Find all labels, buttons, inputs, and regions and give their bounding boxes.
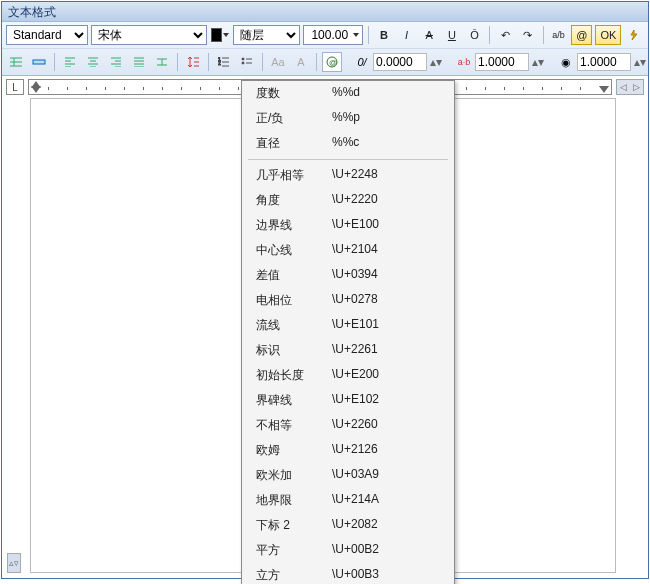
menu-item[interactable]: 界碑线\U+E102 bbox=[242, 388, 454, 413]
menu-item-label: 差值 bbox=[256, 267, 332, 284]
undo-button[interactable]: ↶ bbox=[495, 25, 515, 45]
menu-item[interactable]: 中心线\U+2104 bbox=[242, 238, 454, 263]
caret-icon bbox=[353, 33, 359, 37]
menu-item-label: 界碑线 bbox=[256, 392, 332, 409]
bullets-icon[interactable] bbox=[237, 52, 257, 72]
spinner-icon[interactable]: ▴▾ bbox=[634, 55, 644, 69]
just-right-icon[interactable] bbox=[106, 52, 126, 72]
text-height-input[interactable] bbox=[304, 26, 350, 44]
width-eye-icon: ◉ bbox=[558, 54, 574, 70]
menu-item[interactable]: 欧米加\U+03A9 bbox=[242, 463, 454, 488]
oblique-icon: 0/ bbox=[354, 54, 370, 70]
menu-item-shortcut: \U+2261 bbox=[332, 342, 444, 359]
menu-item-shortcut: \U+E200 bbox=[332, 367, 444, 384]
spinner-icon[interactable]: ▴▾ bbox=[430, 55, 440, 69]
menu-item[interactable]: 角度\U+2220 bbox=[242, 188, 454, 213]
menu-item[interactable]: 差值\U+0394 bbox=[242, 263, 454, 288]
bold-button[interactable]: B bbox=[374, 25, 394, 45]
menu-item[interactable]: 正/负%%p bbox=[242, 106, 454, 131]
menu-item-label: 角度 bbox=[256, 192, 332, 209]
para-indent-icon[interactable] bbox=[6, 52, 26, 72]
right-indent-marker[interactable] bbox=[599, 86, 609, 93]
oblique-input[interactable] bbox=[373, 53, 427, 71]
menu-item-label: 边界线 bbox=[256, 217, 332, 234]
menu-item[interactable]: 流线\U+E101 bbox=[242, 313, 454, 338]
menu-item-shortcut: \U+0394 bbox=[332, 267, 444, 284]
menu-item-shortcut: \U+2260 bbox=[332, 417, 444, 434]
menu-item[interactable]: 边界线\U+E100 bbox=[242, 213, 454, 238]
menu-item-shortcut: \U+00B2 bbox=[332, 542, 444, 559]
menu-item[interactable]: 标识\U+2261 bbox=[242, 338, 454, 363]
menu-item-label: 正/负 bbox=[256, 110, 332, 127]
ok-button[interactable]: OK bbox=[595, 25, 621, 45]
titlebar: 文本格式 bbox=[2, 2, 648, 22]
line-spacing-icon[interactable] bbox=[183, 52, 203, 72]
menu-item[interactable]: 初始长度\U+E200 bbox=[242, 363, 454, 388]
indent-marker-bottom[interactable] bbox=[31, 86, 41, 93]
separator bbox=[543, 26, 544, 44]
options-button[interactable] bbox=[624, 25, 644, 45]
italic-button[interactable]: I bbox=[397, 25, 417, 45]
menu-item-shortcut: \U+2248 bbox=[332, 167, 444, 184]
just-full-icon[interactable] bbox=[129, 52, 149, 72]
prev-col-icon[interactable]: ◁ bbox=[617, 80, 630, 94]
menu-item[interactable]: 下标 2\U+2082 bbox=[242, 513, 454, 538]
tracking-input[interactable] bbox=[475, 53, 529, 71]
font-combo[interactable]: 宋体 bbox=[91, 25, 207, 45]
menu-item-label: 几乎相等 bbox=[256, 167, 332, 184]
menu-item[interactable]: 电相位\U+0278 bbox=[242, 288, 454, 313]
menu-item[interactable]: 不相等\U+2260 bbox=[242, 413, 454, 438]
menu-item-label: 初始长度 bbox=[256, 367, 332, 384]
color-highlight-button[interactable]: @ bbox=[571, 25, 592, 45]
menu-item-label: 标识 bbox=[256, 342, 332, 359]
text-height[interactable] bbox=[303, 25, 363, 45]
menu-item[interactable]: 欧姆\U+2126 bbox=[242, 438, 454, 463]
menu-item-shortcut: %%c bbox=[332, 135, 444, 152]
menu-item[interactable]: 度数%%d bbox=[242, 81, 454, 106]
menu-item[interactable]: 平方\U+00B2 bbox=[242, 538, 454, 563]
layer-combo[interactable]: 随层 bbox=[233, 25, 300, 45]
widthfactor-input[interactable] bbox=[577, 53, 631, 71]
menu-item[interactable]: 几乎相等\U+2248 bbox=[242, 163, 454, 188]
color-swatch-icon bbox=[211, 28, 222, 42]
style-combo[interactable]: Standard bbox=[6, 25, 88, 45]
dist-icon[interactable] bbox=[152, 52, 172, 72]
insert-symbol-button[interactable]: @ bbox=[322, 52, 342, 72]
menu-item-shortcut: \U+03A9 bbox=[332, 467, 444, 484]
tab-type-button[interactable]: L bbox=[6, 79, 24, 95]
numbering-icon[interactable]: 12 bbox=[214, 52, 234, 72]
menu-item[interactable]: 地界限\U+214A bbox=[242, 488, 454, 513]
spinner-icon[interactable]: ▴▾ bbox=[532, 55, 542, 69]
field-insert-icon[interactable]: A bbox=[291, 52, 311, 72]
menu-item-label: 欧姆 bbox=[256, 442, 332, 459]
oblique-field: 0/ ▴▾ bbox=[354, 53, 440, 71]
column-switch[interactable]: ▵▿ bbox=[7, 553, 21, 573]
menu-item-shortcut: \U+214A bbox=[332, 492, 444, 509]
just-center-icon[interactable] bbox=[83, 52, 103, 72]
redo-button[interactable]: ↷ bbox=[518, 25, 538, 45]
overline-button[interactable]: Ō bbox=[465, 25, 485, 45]
next-col-icon[interactable]: ▷ bbox=[630, 80, 643, 94]
stack-button[interactable]: a/b bbox=[549, 25, 569, 45]
menu-item-label: 中心线 bbox=[256, 242, 332, 259]
uppercase-icon[interactable]: Aa bbox=[268, 52, 288, 72]
window-title: 文本格式 bbox=[8, 5, 56, 19]
menu-item[interactable]: 直径%%c bbox=[242, 131, 454, 156]
color-picker[interactable] bbox=[210, 25, 230, 45]
toolbar: Standard 宋体 随层 B I A U Ō ↶ ↷ bbox=[2, 22, 648, 76]
separator bbox=[208, 53, 209, 71]
svg-point-3 bbox=[242, 58, 244, 60]
strikethrough-button[interactable]: A bbox=[419, 25, 439, 45]
menu-item[interactable]: 立方\U+00B3 bbox=[242, 563, 454, 584]
tracking-field: a·b ▴▾ bbox=[456, 53, 542, 71]
ruler-icon[interactable] bbox=[29, 52, 49, 72]
symbol-menu: 度数%%d正/负%%p直径%%c几乎相等\U+2248角度\U+2220边界线\… bbox=[241, 80, 455, 584]
svg-text:2: 2 bbox=[218, 60, 221, 66]
menu-item-label: 电相位 bbox=[256, 292, 332, 309]
column-nav[interactable]: ◁ ▷ bbox=[616, 79, 644, 95]
just-left-icon[interactable] bbox=[60, 52, 80, 72]
underline-button[interactable]: U bbox=[442, 25, 462, 45]
svg-text:@: @ bbox=[329, 58, 337, 67]
menu-item-label: 度数 bbox=[256, 85, 332, 102]
toolbar-row-2: 12 Aa A @ 0/ ▴▾ a·b ▴▾ ◉ bbox=[2, 48, 648, 75]
